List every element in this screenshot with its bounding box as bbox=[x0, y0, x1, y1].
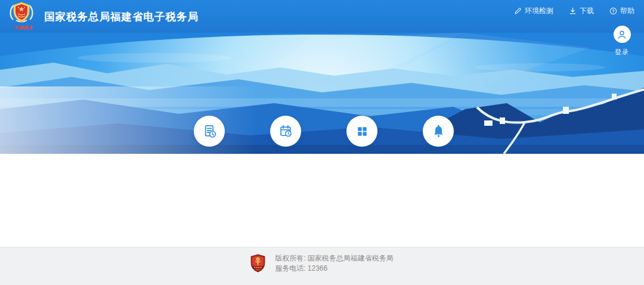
quick-item-personal-services[interactable]: 个性服务 bbox=[331, 116, 393, 154]
footer-inner: 版权所有: 国家税务总局福建省税务局 服务电话: 12366 bbox=[0, 244, 644, 282]
help-label: 帮助 bbox=[620, 6, 634, 16]
user-avatar-icon bbox=[614, 26, 631, 43]
tax-bureau-logo[interactable]: 中国税务 bbox=[8, 1, 37, 32]
footer: 版权所有: 国家税务总局福建省税务局 服务电话: 12366 bbox=[0, 247, 644, 285]
tax-emblem-icon bbox=[8, 1, 37, 25]
help-link[interactable]: ? 帮助 bbox=[609, 6, 634, 16]
grid-icon bbox=[346, 116, 377, 147]
tax-badge-icon bbox=[250, 254, 265, 272]
todo-document-clock-icon bbox=[194, 116, 225, 147]
quick-item-announcements[interactable]: 通知公告 bbox=[407, 116, 469, 154]
header: 中国税务 国家税务总局福建省电子税务局 环境检测 bbox=[0, 0, 644, 33]
login-label: 登录 bbox=[606, 48, 638, 57]
calendar-clock-icon bbox=[270, 116, 301, 147]
env-check-label: 环境检测 bbox=[525, 6, 553, 16]
bell-icon bbox=[423, 116, 454, 147]
quick-item-my-todo[interactable]: 我的待办 bbox=[178, 116, 240, 154]
svg-text:?: ? bbox=[612, 8, 615, 14]
page: 中国税务 国家税务总局福建省电子税务局 环境检测 bbox=[0, 0, 644, 285]
header-nav: 环境检测 下载 ? 帮助 bbox=[514, 6, 634, 16]
download-link[interactable]: 下载 bbox=[569, 6, 594, 16]
hero-banner: 我的待办 我要预约 bbox=[0, 33, 644, 154]
logo-subtext: 中国税务 bbox=[9, 25, 38, 31]
env-check-link[interactable]: 环境检测 bbox=[514, 6, 553, 16]
login-button[interactable]: 登录 bbox=[606, 26, 638, 57]
page-title: 国家税务总局福建省电子税务局 bbox=[44, 10, 199, 24]
hero-background-image bbox=[0, 33, 644, 154]
help-icon: ? bbox=[609, 7, 617, 15]
pen-check-icon bbox=[514, 7, 522, 15]
download-icon bbox=[569, 7, 577, 15]
download-label: 下载 bbox=[580, 6, 594, 16]
quick-item-appointment[interactable]: 我要预约 bbox=[255, 116, 317, 154]
footer-text: 版权所有: 国家税务总局福建省税务局 服务电话: 12366 bbox=[275, 253, 394, 274]
service-cards-section: 我的信息 我要办税 我要查询 bbox=[0, 154, 644, 247]
service-phone-text: 服务电话: 12366 bbox=[275, 264, 394, 274]
copyright-text: 版权所有: 国家税务总局福建省税务局 bbox=[275, 253, 394, 264]
